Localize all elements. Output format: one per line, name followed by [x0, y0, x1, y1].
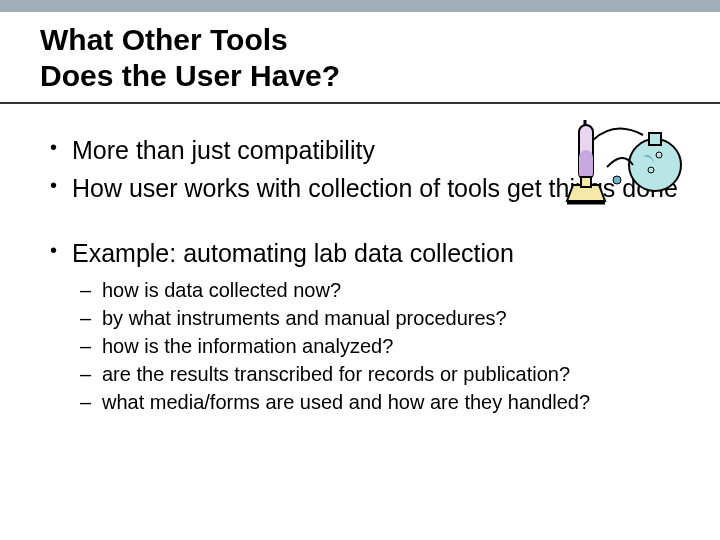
lab-equipment-icon: [555, 105, 685, 220]
sub-item-1: how is data collected now?: [72, 276, 680, 304]
svg-rect-5: [579, 150, 593, 180]
sub-item-4: are the results transcribed for records …: [72, 360, 680, 388]
sub-item-3: how is the information analyzed?: [72, 332, 680, 360]
svg-point-7: [613, 176, 621, 184]
sub-item-5: what media/forms are used and how are th…: [72, 388, 680, 416]
example-bullet-list: Example: automating lab data collection …: [40, 237, 680, 416]
slide-title: What Other Tools Does the User Have?: [40, 22, 680, 94]
title-line-1: What Other Tools: [40, 23, 288, 56]
bullet-item-3: Example: automating lab data collection …: [40, 237, 680, 416]
title-line-2: Does the User Have?: [40, 59, 340, 92]
bullet-item-3-label: Example: automating lab data collection: [72, 239, 514, 267]
decorative-top-bar: [0, 0, 720, 12]
svg-rect-3: [649, 133, 661, 145]
sub-item-2: by what instruments and manual procedure…: [72, 304, 680, 332]
sub-list: how is data collected now? by what instr…: [72, 276, 680, 416]
lab-svg: [555, 105, 685, 220]
slide-header: What Other Tools Does the User Have?: [0, 12, 720, 104]
svg-rect-6: [581, 177, 591, 187]
